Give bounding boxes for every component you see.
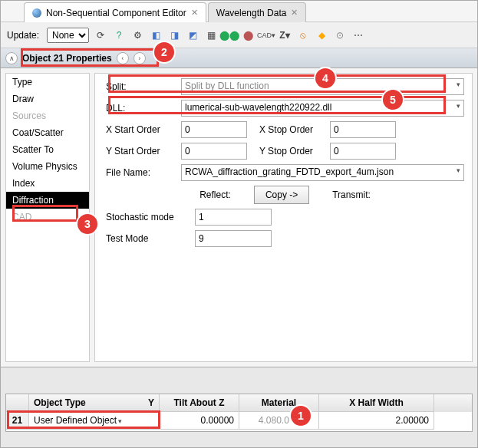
col-num[interactable]: [6, 394, 29, 412]
ystart-label: Y Start Order: [106, 146, 176, 156]
tab-label: Wavelength Data: [216, 8, 287, 18]
testmode-label: Test Mode: [106, 233, 190, 244]
transmit-label: Transmit:: [332, 189, 371, 200]
cube3-icon[interactable]: ◩: [186, 28, 199, 42]
collapse-icon[interactable]: ∧: [5, 52, 18, 64]
grid-header: Object TypeY Tilt About Z Material X Hal…: [6, 394, 472, 412]
update-select[interactable]: None: [47, 28, 89, 43]
toolbar: Update: None ⟳ ? ⚙ ◧ ◨ ◩ ▦ ⬤⬤ ⬤ CAD▾ Z▾ …: [1, 22, 477, 48]
cube-icon[interactable]: ◧: [149, 28, 163, 42]
diffraction-panel: Split: Split by DLL function▾ DLL: lumer…: [94, 73, 473, 362]
prev-object-icon[interactable]: ‹: [117, 52, 129, 64]
cad-icon[interactable]: CAD▾: [259, 28, 273, 42]
side-item-draw[interactable]: Draw: [6, 91, 89, 107]
cell-tilt[interactable]: 0.00000: [160, 412, 239, 430]
filename-select[interactable]: RCWA_diffraction_grating_FDTD_export_4um…: [181, 164, 464, 181]
side-item-sources[interactable]: Sources: [6, 107, 89, 124]
side-item-cad[interactable]: CAD: [6, 209, 89, 226]
cube2-icon[interactable]: ◨: [167, 28, 181, 42]
tab-label: Non-Sequential Component Editor: [46, 8, 186, 18]
side-nav: Type Draw Sources Coat/Scatter Scatter T…: [5, 73, 90, 362]
bullet-icon[interactable]: ⬤: [241, 28, 255, 42]
link-icon[interactable]: ⬤⬤: [223, 28, 236, 42]
copy-button[interactable]: Copy ->: [254, 186, 309, 204]
stochastic-label: Stochastic mode: [106, 212, 190, 222]
cell-type[interactable]: User Defined Object▾: [29, 412, 160, 430]
ystop-label: Y Stop Order: [259, 146, 325, 156]
stop-icon[interactable]: ⦸: [296, 28, 310, 42]
side-item-diffraction[interactable]: Diffraction: [6, 192, 89, 209]
refresh-icon[interactable]: ⟳: [94, 28, 107, 42]
col-xhw[interactable]: X Half Width: [319, 394, 434, 412]
xstop-input[interactable]: [330, 121, 396, 138]
close-icon[interactable]: ✕: [191, 8, 198, 18]
callout-1: 1: [291, 406, 311, 426]
tab-nsc-editor[interactable]: Non-Sequential Component Editor ✕: [24, 2, 206, 22]
ystart-input[interactable]: [181, 143, 247, 160]
callout-5: 5: [383, 90, 403, 110]
more-icon[interactable]: ⋯: [351, 28, 365, 42]
close-icon[interactable]: ✕: [291, 8, 298, 18]
tab-strip: Non-Sequential Component Editor ✕ Wavele…: [1, 1, 477, 22]
table-row[interactable]: 21 User Defined Object▾ 0.00000 4.080.0 …: [6, 412, 472, 430]
z-icon[interactable]: Z▾: [278, 28, 292, 42]
dll-select[interactable]: lumerical-sub-wavelength220922.dll▾: [181, 100, 464, 117]
testmode-input[interactable]: [195, 230, 272, 247]
dll-label: DLL:: [106, 103, 176, 114]
gear-icon[interactable]: ⚙: [130, 28, 144, 42]
side-item-index[interactable]: Index: [6, 175, 89, 192]
callout-3: 3: [77, 214, 97, 234]
update-label: Update:: [7, 30, 39, 41]
callout-4: 4: [315, 68, 335, 88]
side-item-volume[interactable]: Volume Physics: [6, 158, 89, 175]
main-panel: Type Draw Sources Coat/Scatter Scatter T…: [1, 68, 477, 367]
toggle-icon[interactable]: ⊙: [333, 28, 347, 42]
grid-icon[interactable]: ▦: [204, 28, 218, 42]
reflect-label: Reflect:: [199, 189, 231, 200]
side-item-coat[interactable]: Coat/Scatter: [6, 124, 89, 141]
stochastic-input[interactable]: [195, 209, 272, 226]
object-grid: Object TypeY Tilt About Z Material X Hal…: [5, 394, 473, 432]
ystop-input[interactable]: [330, 143, 396, 160]
star-icon[interactable]: ◆: [315, 28, 328, 42]
xstop-label: X Stop Order: [259, 124, 325, 135]
side-item-type[interactable]: Type: [6, 74, 89, 91]
col-type[interactable]: Object TypeY: [29, 394, 160, 412]
row-num: 21: [6, 412, 29, 430]
properties-title: Object 21 Properties: [22, 53, 112, 64]
component-icon: [32, 8, 41, 18]
tab-wavelength[interactable]: Wavelength Data ✕: [208, 2, 307, 22]
help-icon[interactable]: ?: [112, 28, 126, 42]
callout-2: 2: [154, 42, 174, 62]
xstart-label: X Start Order: [106, 124, 176, 135]
xstart-input[interactable]: [181, 121, 247, 138]
cell-xhw[interactable]: 2.00000: [319, 412, 434, 430]
filename-label: File Name:: [106, 167, 176, 178]
split-label: Split:: [106, 81, 176, 92]
col-tilt[interactable]: Tilt About Z: [160, 394, 239, 412]
next-object-icon[interactable]: ›: [134, 52, 146, 64]
side-item-scatterto[interactable]: Scatter To: [6, 141, 89, 158]
properties-bar: ∧ Object 21 Properties ‹ ›: [1, 48, 477, 68]
